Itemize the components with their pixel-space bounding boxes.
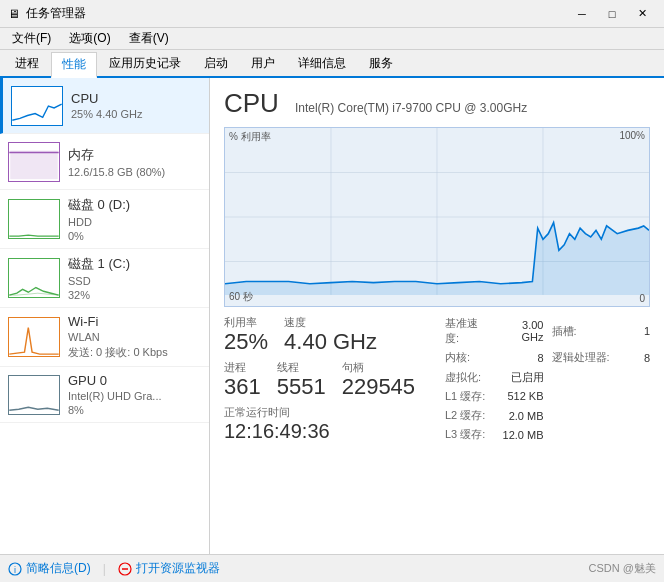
- spec-sockets: 插槽: 1: [552, 315, 651, 347]
- close-button[interactable]: ✕: [628, 4, 656, 24]
- chart-x-right: 0: [639, 293, 645, 304]
- gpu-sidebar-model: Intel(R) UHD Gra...: [68, 390, 201, 402]
- stats-left: 利用率 25% 速度 4.40 GHz 进程 361 线程 55: [224, 315, 429, 443]
- sidebar-item-wifi[interactable]: Wi-Fi WLAN 发送: 0 接收: 0 Kbps: [0, 308, 209, 367]
- detail-title: CPU: [224, 88, 279, 119]
- disk1-mini-graph: [8, 258, 60, 298]
- wifi-sidebar-name: Wi-Fi: [68, 314, 201, 329]
- sidebar-item-cpu[interactable]: CPU 25% 4.40 GHz: [0, 78, 209, 134]
- tab-process[interactable]: 进程: [4, 50, 50, 76]
- svg-rect-0: [10, 150, 58, 179]
- tab-startup[interactable]: 启动: [193, 50, 239, 76]
- title-bar-controls: ─ □ ✕: [568, 4, 656, 24]
- process-value: 361: [224, 375, 261, 399]
- chart-top-right: 100%: [619, 130, 645, 141]
- cpu-sidebar-info: CPU 25% 4.40 GHz: [71, 91, 201, 120]
- mem-sidebar-info: 内存 12.6/15.8 GB (80%): [68, 146, 201, 178]
- mem-mini-graph: [8, 142, 60, 182]
- util-label: 利用率: [224, 315, 268, 330]
- tab-performance[interactable]: 性能: [51, 52, 97, 78]
- disk0-sidebar-type: HDD: [68, 216, 201, 228]
- wifi-mini-graph: [8, 317, 60, 357]
- spec-cores: 内核: 8: [445, 349, 544, 366]
- thread-label: 线程: [277, 360, 326, 375]
- disk1-sidebar-type: SSD: [68, 275, 201, 287]
- monitor-link[interactable]: 打开资源监视器: [118, 560, 220, 577]
- l2-key: L2 缓存:: [445, 408, 485, 423]
- menu-view[interactable]: 查看(V): [121, 28, 177, 49]
- svg-text:i: i: [14, 565, 16, 575]
- speed-value: 4.40 GHz: [284, 330, 377, 354]
- summary-link[interactable]: i 简略信息(D): [8, 560, 91, 577]
- disk1-sidebar-name: 磁盘 1 (C:): [68, 255, 201, 273]
- gpu-sidebar-name: GPU 0: [68, 373, 201, 388]
- sidebar-item-disk1[interactable]: 磁盘 1 (C:) SSD 32%: [0, 249, 209, 308]
- handle-label: 句柄: [342, 360, 415, 375]
- disk0-sidebar-pct: 0%: [68, 230, 201, 242]
- runtime-group: 正常运行时间 12:16:49:36: [224, 405, 429, 443]
- disk0-sidebar-name: 磁盘 0 (D:): [68, 196, 201, 214]
- cores-val: 8: [537, 352, 543, 364]
- l1-val: 512 KB: [507, 390, 543, 402]
- spec-l3: L3 缓存: 12.0 MB: [445, 426, 544, 443]
- l3-key: L3 缓存:: [445, 427, 485, 442]
- spec-l2: L2 缓存: 2.0 MB: [445, 407, 544, 424]
- monitor-label: 打开资源监视器: [136, 560, 220, 577]
- tabs-bar: 进程 性能 应用历史记录 启动 用户 详细信息 服务: [0, 50, 664, 78]
- cpu-chart: % 利用率 100% 60 秒 0: [224, 127, 650, 307]
- disk1-sidebar-pct: 32%: [68, 289, 201, 301]
- thread-value: 5551: [277, 375, 326, 399]
- stats-area: 利用率 25% 速度 4.40 GHz 进程 361 线程 55: [224, 315, 650, 443]
- tab-history[interactable]: 应用历史记录: [98, 50, 192, 76]
- menu-file[interactable]: 文件(F): [4, 28, 59, 49]
- chart-x-label: 60 秒: [229, 290, 253, 304]
- virt-key: 虚拟化:: [445, 370, 481, 385]
- main-content: CPU 25% 4.40 GHz 内存 12.6/15.8 GB (80%): [0, 78, 664, 554]
- stat-row-util-speed: 利用率 25% 速度 4.40 GHz: [224, 315, 429, 354]
- wifi-sidebar-speed: 发送: 0 接收: 0 Kbps: [68, 345, 201, 360]
- basespeed-key: 基准速度:: [445, 316, 491, 346]
- monitor-icon: [118, 562, 132, 576]
- cpu-sidebar-detail: 25% 4.40 GHz: [71, 108, 201, 120]
- sockets-key: 插槽:: [552, 324, 577, 339]
- l1-key: L1 缓存:: [445, 389, 485, 404]
- summary-label: 简略信息(D): [26, 560, 91, 577]
- disk0-sidebar-info: 磁盘 0 (D:) HDD 0%: [68, 196, 201, 242]
- stats-right: 基准速度: 3.00 GHz 插槽: 1 内核: 8 逻辑处理器: 8 虚拟化:: [445, 315, 650, 443]
- stat-group-process: 进程 361: [224, 360, 261, 399]
- speed-label: 速度: [284, 315, 377, 330]
- stat-group-handle: 句柄 229545: [342, 360, 415, 399]
- minimize-button[interactable]: ─: [568, 4, 596, 24]
- handle-value: 229545: [342, 375, 415, 399]
- mem-sidebar-name: 内存: [68, 146, 201, 164]
- menu-options[interactable]: 选项(O): [61, 28, 118, 49]
- title-bar: 🖥 任务管理器 ─ □ ✕: [0, 0, 664, 28]
- wifi-sidebar-info: Wi-Fi WLAN 发送: 0 接收: 0 Kbps: [68, 314, 201, 360]
- window-title: 任务管理器: [26, 5, 86, 22]
- cpu-sidebar-name: CPU: [71, 91, 201, 106]
- process-label: 进程: [224, 360, 261, 375]
- chart-y-label: % 利用率: [229, 130, 271, 144]
- detail-panel: CPU Intel(R) Core(TM) i7-9700 CPU @ 3.00…: [210, 78, 664, 554]
- l3-val: 12.0 MB: [503, 429, 544, 441]
- tab-services[interactable]: 服务: [358, 50, 404, 76]
- sidebar-item-disk0[interactable]: 磁盘 0 (D:) HDD 0%: [0, 190, 209, 249]
- disk0-mini-graph: [8, 199, 60, 239]
- spec-basespeed: 基准速度: 3.00 GHz: [445, 315, 544, 347]
- stat-group-thread: 线程 5551: [277, 360, 326, 399]
- sidebar-item-memory[interactable]: 内存 12.6/15.8 GB (80%): [0, 134, 209, 190]
- sidebar-item-gpu[interactable]: GPU 0 Intel(R) UHD Gra... 8%: [0, 367, 209, 423]
- runtime-value: 12:16:49:36: [224, 420, 429, 443]
- tab-details[interactable]: 详细信息: [287, 50, 357, 76]
- sockets-val: 1: [644, 325, 650, 337]
- bottom-bar: i 简略信息(D) | 打开资源监视器 CSDN @魅美: [0, 554, 664, 582]
- stat-group-speed: 速度 4.40 GHz: [284, 315, 377, 354]
- spec-l1: L1 缓存: 512 KB: [445, 388, 544, 405]
- logical-val: 8: [644, 352, 650, 364]
- l2-val: 2.0 MB: [509, 410, 544, 422]
- maximize-button[interactable]: □: [598, 4, 626, 24]
- virt-val: 已启用: [511, 370, 544, 385]
- tab-users[interactable]: 用户: [240, 50, 286, 76]
- title-icon: 🖥: [8, 7, 20, 21]
- cpu-mini-graph: [11, 86, 63, 126]
